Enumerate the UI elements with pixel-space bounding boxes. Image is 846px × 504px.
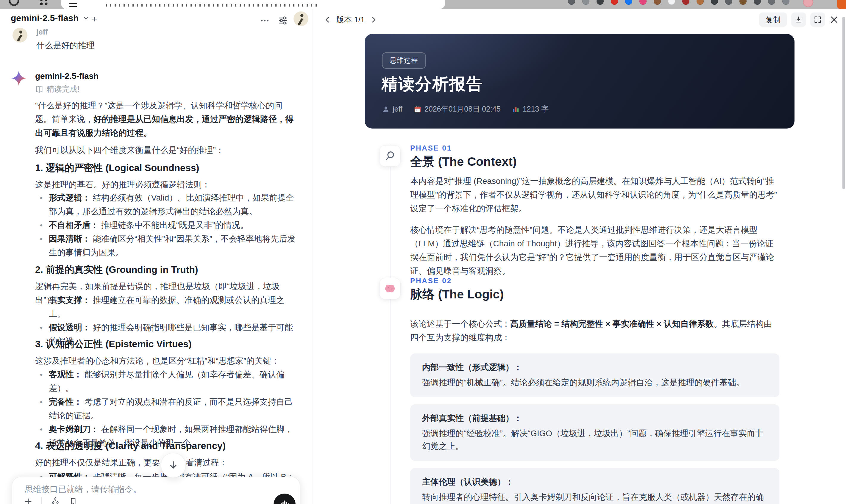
phase-paragraph: 核心情境在于解决“思考的随意性”问题。不论是人类通过批判性思维进行决策，还是大语… — [410, 223, 779, 278]
report-badge: 思维过程 — [382, 52, 426, 69]
extension-icon[interactable] — [582, 0, 589, 5]
book-icon — [35, 85, 43, 93]
extension-icon[interactable] — [668, 0, 675, 5]
phase-icon-box — [379, 145, 401, 167]
status-text: 精读完成! — [47, 84, 80, 94]
logic-card: 外部真实性（前提基础）：强调推理的“经验校准”。解决“GIGO（垃圾进，垃圾出）… — [410, 404, 779, 461]
browser-profile-avatar[interactable] — [803, 0, 813, 7]
phase-lead: 该论述基于一个核心公式：高质量结论 = 结构完整性 × 事实准确性 × 认知自律… — [410, 317, 779, 344]
bullet-item: 不自相矛盾： 推理链条中不能出现“既是又非”的情况。 — [35, 218, 298, 232]
extension-icon[interactable] — [782, 0, 790, 5]
url-text-fragment — [106, 4, 320, 6]
section-heading-1: 1. 逻辑的严密性 (Logical Soundness) — [35, 162, 298, 174]
logic-card: 内部一致性（形式逻辑）：强调推理的“机械正确”。结论必须在给定的规则系统内逻辑自… — [410, 354, 779, 397]
extension-icon[interactable] — [639, 0, 647, 5]
version-navigator: 版本 1/1 — [323, 13, 378, 26]
download-icon — [794, 16, 803, 24]
reload-icon[interactable] — [9, 0, 19, 6]
chevron-right-icon[interactable] — [369, 16, 378, 24]
address-bar[interactable] — [61, 0, 445, 9]
bullet-item: 事实支撑： 推理建立在可靠的数据、准确的观测或公认的真理之上。 — [35, 293, 298, 321]
extension-icon[interactable] — [725, 0, 732, 5]
phase-title: 脉络 (The Logic) — [410, 286, 504, 303]
section-heading-2: 2. 前提的真实性 (Grounding in Truth) — [35, 263, 298, 276]
report-hero-card: 思维过程 精读分析报告 jeff 2026年01月08日 02:45 1213 … — [365, 34, 794, 128]
extension-icon[interactable] — [697, 0, 704, 5]
meta-word-count: 1213 字 — [512, 104, 549, 114]
phase-timeline — [390, 145, 391, 504]
chat-input-card — [12, 476, 300, 504]
extension-icon[interactable] — [682, 0, 689, 5]
sparkle-icon[interactable] — [50, 497, 60, 504]
model-selector[interactable]: gemini-2.5-flash — [11, 13, 90, 23]
more-options-icon[interactable] — [260, 16, 270, 25]
bullet-item: 完备性： 考虑了对立的观点和潜在的反证，而不是只选择支持自己结论的证据。 — [35, 395, 298, 422]
extension-icon[interactable] — [768, 0, 775, 5]
brain-icon — [384, 283, 396, 294]
version-label: 版本 1/1 — [336, 15, 365, 25]
calendar-icon — [414, 105, 422, 113]
bullet-list-1: 形式逻辑： 结构必须有效（Valid）。比如演绎推理中，如果前提全部为真，那么通… — [35, 191, 298, 259]
plus-icon[interactable] — [23, 497, 33, 504]
section-heading-3: 3. 认知的公正性 (Epistemic Virtues) — [35, 338, 298, 350]
model-name: gemini-2.5-flash — [11, 13, 78, 23]
extension-icon[interactable] — [654, 0, 661, 5]
meta-author: jeff — [382, 105, 403, 113]
bullet-item: 因果清晰： 能准确区分“相关性”和“因果关系”，不会轻率地将先后发生的事情归为因… — [35, 232, 298, 259]
section-intro-3: 这涉及推理者的心态和方法论，也是区分“杠精”和“思想家”的关键： — [35, 354, 298, 368]
extension-icon[interactable] — [625, 0, 632, 5]
scroll-to-bottom-button[interactable] — [161, 453, 186, 478]
section-intro-4-pre: 好的推理不仅仅是结果正确，更要 — [35, 458, 160, 467]
bookmark-icon[interactable] — [69, 497, 78, 504]
input-toolbar — [23, 497, 78, 504]
bar-chart-icon — [512, 105, 520, 113]
chevron-down-icon — [82, 14, 90, 22]
chevron-left-icon[interactable] — [323, 16, 332, 24]
section-intro-4-post: 看清过程： — [186, 458, 227, 467]
person-icon — [382, 105, 390, 113]
extension-icon[interactable] — [754, 0, 761, 5]
extension-icon[interactable] — [711, 0, 718, 5]
scrollbar-thumb[interactable] — [842, 17, 845, 189]
arrow-down-icon — [168, 460, 179, 471]
extension-icon[interactable] — [597, 0, 604, 5]
user-message-author: jeff — [36, 28, 48, 37]
extension-icons-row — [568, 0, 790, 5]
section-heading-4: 4. 表达的透明度 (Clarity and Transparency) — [35, 439, 298, 452]
phase-paragraph: 本内容是对“推理 (Reasoning)”这一抽象概念的高层建模。在知识爆炸与人… — [410, 174, 779, 215]
assistant-status: 精读完成! — [35, 84, 80, 94]
waveform-icon — [279, 499, 290, 504]
tab-menu-icon — [69, 3, 77, 7]
meta-date: 2026年01月08日 02:45 — [414, 104, 501, 114]
new-chat-button[interactable]: + — [92, 14, 97, 25]
copy-button[interactable]: 复制 — [759, 13, 787, 27]
bullet-item: 客观性： 能够识别并尽量排除个人偏见（如幸存者偏差、确认偏差）。 — [35, 368, 298, 395]
phase-title: 全景 (The Context) — [410, 154, 517, 170]
extension-icon[interactable] — [739, 0, 746, 5]
logic-card: 主体伦理（认识美德）：转向推理者的心理特征。引入奥卡姆剃刀和反向论证，旨在克服人… — [410, 468, 779, 504]
extension-icon[interactable] — [611, 0, 618, 5]
user-avatar[interactable] — [294, 11, 309, 26]
extension-icon[interactable] — [568, 0, 575, 5]
close-icon[interactable] — [829, 15, 839, 24]
bullet-item: 形式逻辑： 结构必须有效（Valid）。比如演绎推理中，如果前提全部为真，那么通… — [35, 191, 298, 218]
assistant-name: gemini-2.5-flash — [35, 71, 99, 81]
settings-sliders-icon[interactable] — [278, 16, 288, 25]
bullet-list-3: 客观性： 能够识别并尽量排除个人偏见（如幸存者偏差、确认偏差）。完备性： 考虑了… — [35, 368, 298, 450]
panel-divider — [313, 9, 313, 504]
assistant-paragraph: 我们可以从以下四个维度来衡量什么是“好的推理”： — [35, 143, 298, 157]
divider — [41, 497, 42, 504]
report-actions: 复制 — [759, 13, 839, 27]
extensions-grid-icon[interactable] — [39, 0, 48, 5]
phase-label: PHASE 02 — [410, 277, 452, 285]
magnifier-icon — [384, 150, 395, 162]
section-intro-1: 这是推理的基石。好的推理必须遵循逻辑法则： — [35, 178, 298, 192]
browser-corner-accent — [837, 0, 846, 9]
fullscreen-button[interactable] — [810, 13, 825, 27]
user-message-text: 什么是好的推理 — [36, 40, 95, 51]
chat-input[interactable] — [25, 482, 287, 497]
download-button[interactable] — [791, 13, 806, 27]
logic-cards: 内部一致性（形式逻辑）：强调推理的“机械正确”。结论必须在给定的规则系统内逻辑自… — [410, 354, 779, 504]
expand-icon — [814, 16, 822, 24]
avatar — [13, 28, 28, 42]
